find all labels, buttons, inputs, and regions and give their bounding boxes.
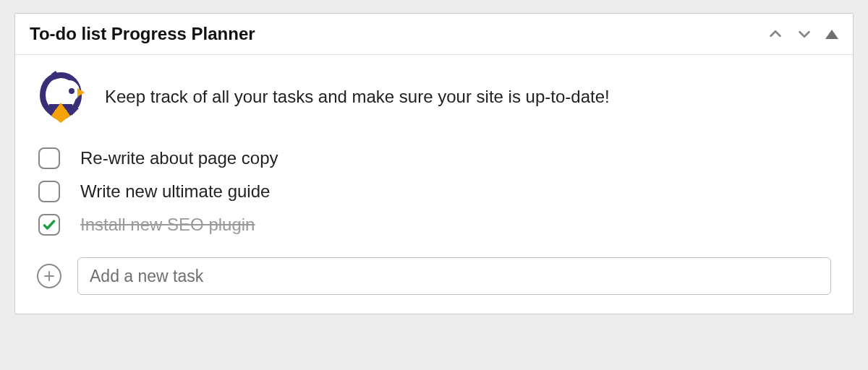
panel-body: Keep track of all your tasks and make su… (15, 55, 853, 314)
task-label: Write new ultimate guide (80, 181, 270, 202)
task-checkbox[interactable] (38, 214, 60, 236)
new-task-input[interactable] (77, 257, 831, 295)
task-list: Re-write about page copy Write new ultim… (37, 147, 831, 236)
task-checkbox[interactable] (38, 181, 60, 202)
todo-panel: To-do list Progress Planner (14, 13, 854, 314)
add-task-button[interactable] (37, 264, 61, 288)
progress-planner-logo-icon (37, 71, 85, 123)
move-down-icon[interactable] (796, 26, 812, 42)
task-item: Re-write about page copy (38, 147, 831, 169)
task-label: Re-write about page copy (80, 148, 278, 168)
collapse-toggle-icon[interactable] (825, 30, 838, 39)
task-checkbox[interactable] (38, 147, 60, 169)
task-item: Install new SEO plugin (38, 214, 831, 236)
task-label: Install new SEO plugin (80, 215, 255, 235)
svg-point-1 (69, 88, 75, 94)
add-task-row (37, 257, 831, 295)
panel-title: To-do list Progress Planner (30, 24, 255, 44)
intro-text: Keep track of all your tasks and make su… (105, 87, 610, 107)
panel-header: To-do list Progress Planner (15, 14, 853, 55)
panel-controls (767, 26, 838, 42)
task-item: Write new ultimate guide (38, 181, 831, 202)
intro-row: Keep track of all your tasks and make su… (37, 71, 831, 123)
move-up-icon[interactable] (767, 26, 783, 42)
